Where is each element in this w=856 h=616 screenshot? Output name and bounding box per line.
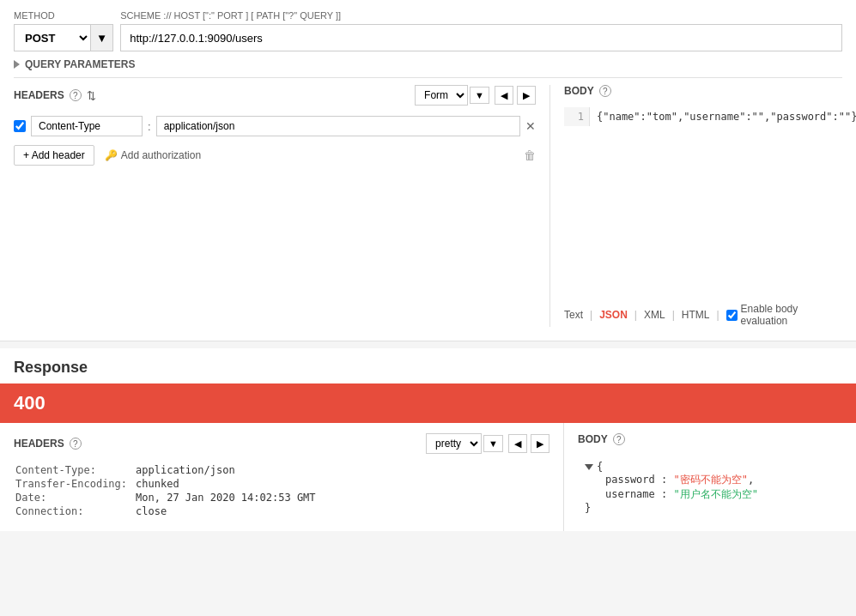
json-value-password: "密码不能为空" (673, 474, 747, 486)
enable-body-eval-label[interactable]: Enable body evaluation (726, 303, 842, 327)
json-key-password: password (605, 474, 655, 486)
format-json[interactable]: JSON (599, 309, 628, 321)
table-row: Date: Mon, 27 Jan 2020 14:02:53 GMT (15, 492, 316, 504)
headers-title: HEADERS (14, 89, 64, 101)
header-key-cell: Transfer-Encoding: (15, 478, 134, 490)
header-colon: : (148, 120, 151, 133)
method-dropdown-button[interactable]: ▼ (91, 24, 113, 51)
table-row: Transfer-Encoding: chunked (15, 478, 316, 490)
response-headers-table: Content-Type: application/json Transfer-… (14, 462, 318, 519)
response-nav-right-button[interactable]: ▶ (531, 434, 549, 453)
enable-body-eval-text: Enable body evaluation (741, 303, 842, 327)
header-key-cell: Content-Type: (15, 464, 134, 476)
response-body-title: BODY (578, 433, 608, 445)
nav-right-button[interactable]: ▶ (517, 86, 536, 105)
body-editor[interactable]: 1 {"name":"tom","username":"","password"… (564, 107, 842, 296)
json-field-row: password : "密码不能为空", (605, 473, 835, 487)
response-body-json: { password : "密码不能为空", username : "用户名不能… (578, 454, 842, 521)
header-key-input[interactable] (31, 116, 143, 136)
method-select[interactable]: POST GET PUT DELETE (14, 24, 91, 51)
close-brace: } (585, 502, 591, 514)
response-body-help-icon[interactable]: ? (613, 433, 625, 445)
status-bar: 400 (0, 383, 856, 423)
header-value-cell: application/json (136, 464, 316, 476)
header-value-cell: close (136, 505, 316, 517)
format-xml[interactable]: XML (644, 309, 665, 321)
triangle-right-icon (14, 60, 20, 69)
format-html[interactable]: HTML (682, 309, 710, 321)
format-text[interactable]: Text (564, 309, 583, 321)
delete-icon[interactable]: 🗑 (524, 148, 536, 162)
query-params-row[interactable]: QUERY PARAMETERS (14, 58, 842, 70)
header-value-cell: Mon, 27 Jan 2020 14:02:53 GMT (136, 492, 316, 504)
chevron-down-icon: ▼ (96, 32, 107, 45)
open-brace: { (597, 461, 603, 473)
response-headers-help-icon[interactable]: ? (70, 438, 82, 450)
add-auth-label: Add authorization (121, 149, 201, 161)
json-value-username: "用户名不能为空" (673, 488, 757, 500)
header-checkbox[interactable] (14, 120, 26, 132)
add-authorization-button[interactable]: 🔑 Add authorization (105, 149, 201, 161)
enable-body-eval-checkbox[interactable] (726, 310, 738, 321)
line-number: 1 (569, 111, 584, 123)
nav-left-button[interactable]: ◀ (495, 86, 513, 105)
form-select[interactable]: Form Raw (415, 85, 468, 106)
key-icon: 🔑 (105, 149, 118, 161)
json-field-row: username : "用户名不能为空" (605, 487, 835, 502)
response-nav-left-button[interactable]: ◀ (508, 434, 527, 453)
url-input[interactable] (120, 24, 842, 51)
add-header-button[interactable]: + Add header (14, 145, 94, 166)
header-row: : ✕ (14, 116, 536, 136)
method-label: METHOD (14, 10, 113, 21)
body-title: BODY (564, 85, 594, 97)
query-params-label: QUERY PARAMETERS (25, 58, 135, 70)
headers-help-icon[interactable]: ? (70, 89, 82, 101)
header-key-cell: Connection: (15, 505, 134, 517)
table-row: Connection: close (15, 505, 316, 517)
form-chevron-button[interactable]: ▼ (470, 87, 489, 104)
code-content: {"name":"tom","username":"","password":"… (590, 107, 856, 126)
response-headers-title: HEADERS (14, 438, 64, 450)
url-label: SCHEME :// HOST [":" PORT ] [ PATH ["?" … (120, 10, 842, 21)
header-value-cell: chunked (136, 478, 316, 490)
header-key-cell: Date: (15, 492, 134, 504)
body-help-icon[interactable]: ? (599, 85, 611, 97)
pretty-select[interactable]: pretty raw (426, 433, 482, 454)
header-value-input[interactable] (156, 116, 520, 136)
sort-icon[interactable]: ⇅ (87, 89, 96, 102)
response-title: Response (0, 348, 856, 383)
pretty-chevron-button[interactable]: ▼ (483, 435, 503, 452)
header-close-button[interactable]: ✕ (525, 119, 536, 133)
status-code: 400 (14, 392, 46, 414)
collapse-icon[interactable] (585, 464, 593, 470)
json-key-username: username (605, 488, 655, 500)
table-row: Content-Type: application/json (15, 464, 316, 476)
